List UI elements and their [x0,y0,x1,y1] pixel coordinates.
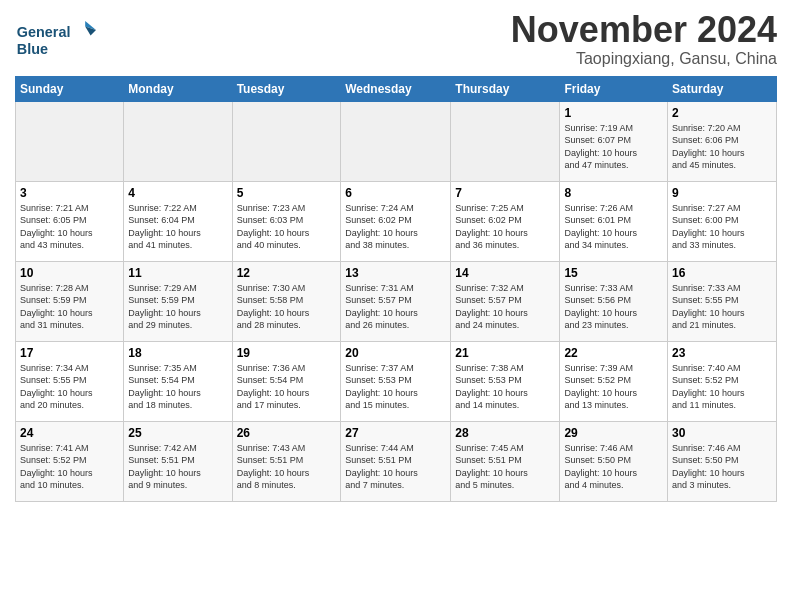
day-number: 1 [564,106,663,120]
day-number: 18 [128,346,227,360]
day-info: Sunrise: 7:32 AM Sunset: 5:57 PM Dayligh… [455,282,555,332]
calendar-cell: 6Sunrise: 7:24 AM Sunset: 6:02 PM Daylig… [341,181,451,261]
calendar-cell: 7Sunrise: 7:25 AM Sunset: 6:02 PM Daylig… [451,181,560,261]
day-info: Sunrise: 7:42 AM Sunset: 5:51 PM Dayligh… [128,442,227,492]
day-number: 8 [564,186,663,200]
day-number: 21 [455,346,555,360]
day-info: Sunrise: 7:19 AM Sunset: 6:07 PM Dayligh… [564,122,663,172]
day-info: Sunrise: 7:33 AM Sunset: 5:56 PM Dayligh… [564,282,663,332]
calendar-cell: 4Sunrise: 7:22 AM Sunset: 6:04 PM Daylig… [124,181,232,261]
calendar-cell: 12Sunrise: 7:30 AM Sunset: 5:58 PM Dayli… [232,261,341,341]
calendar-cell: 17Sunrise: 7:34 AM Sunset: 5:55 PM Dayli… [16,341,124,421]
day-info: Sunrise: 7:46 AM Sunset: 5:50 PM Dayligh… [564,442,663,492]
day-info: Sunrise: 7:27 AM Sunset: 6:00 PM Dayligh… [672,202,772,252]
day-number: 27 [345,426,446,440]
day-number: 4 [128,186,227,200]
day-number: 26 [237,426,337,440]
day-number: 23 [672,346,772,360]
day-info: Sunrise: 7:45 AM Sunset: 5:51 PM Dayligh… [455,442,555,492]
day-info: Sunrise: 7:37 AM Sunset: 5:53 PM Dayligh… [345,362,446,412]
day-number: 29 [564,426,663,440]
calendar-cell: 29Sunrise: 7:46 AM Sunset: 5:50 PM Dayli… [560,421,668,501]
calendar-cell: 30Sunrise: 7:46 AM Sunset: 5:50 PM Dayli… [668,421,777,501]
svg-text:Blue: Blue [17,41,48,57]
calendar-cell: 27Sunrise: 7:44 AM Sunset: 5:51 PM Dayli… [341,421,451,501]
day-info: Sunrise: 7:41 AM Sunset: 5:52 PM Dayligh… [20,442,119,492]
calendar-cell: 8Sunrise: 7:26 AM Sunset: 6:01 PM Daylig… [560,181,668,261]
day-info: Sunrise: 7:26 AM Sunset: 6:01 PM Dayligh… [564,202,663,252]
day-info: Sunrise: 7:43 AM Sunset: 5:51 PM Dayligh… [237,442,337,492]
day-info: Sunrise: 7:21 AM Sunset: 6:05 PM Dayligh… [20,202,119,252]
day-header-saturday: Saturday [668,76,777,101]
day-info: Sunrise: 7:34 AM Sunset: 5:55 PM Dayligh… [20,362,119,412]
day-number: 28 [455,426,555,440]
calendar-cell: 5Sunrise: 7:23 AM Sunset: 6:03 PM Daylig… [232,181,341,261]
day-number: 19 [237,346,337,360]
day-header-sunday: Sunday [16,76,124,101]
day-header-tuesday: Tuesday [232,76,341,101]
day-number: 15 [564,266,663,280]
calendar-cell: 10Sunrise: 7:28 AM Sunset: 5:59 PM Dayli… [16,261,124,341]
day-info: Sunrise: 7:20 AM Sunset: 6:06 PM Dayligh… [672,122,772,172]
calendar-cell [124,101,232,181]
week-row-1: 1Sunrise: 7:19 AM Sunset: 6:07 PM Daylig… [16,101,777,181]
week-row-2: 3Sunrise: 7:21 AM Sunset: 6:05 PM Daylig… [16,181,777,261]
day-number: 13 [345,266,446,280]
calendar-cell: 9Sunrise: 7:27 AM Sunset: 6:00 PM Daylig… [668,181,777,261]
calendar-cell [341,101,451,181]
day-info: Sunrise: 7:33 AM Sunset: 5:55 PM Dayligh… [672,282,772,332]
calendar-cell: 24Sunrise: 7:41 AM Sunset: 5:52 PM Dayli… [16,421,124,501]
day-number: 14 [455,266,555,280]
day-number: 9 [672,186,772,200]
header-section: General Blue November 2024 Taopingxiang,… [15,10,777,68]
day-number: 7 [455,186,555,200]
calendar-cell: 22Sunrise: 7:39 AM Sunset: 5:52 PM Dayli… [560,341,668,421]
week-row-4: 17Sunrise: 7:34 AM Sunset: 5:55 PM Dayli… [16,341,777,421]
day-number: 22 [564,346,663,360]
day-info: Sunrise: 7:24 AM Sunset: 6:02 PM Dayligh… [345,202,446,252]
day-number: 24 [20,426,119,440]
week-row-5: 24Sunrise: 7:41 AM Sunset: 5:52 PM Dayli… [16,421,777,501]
day-number: 16 [672,266,772,280]
day-header-friday: Friday [560,76,668,101]
calendar-cell: 26Sunrise: 7:43 AM Sunset: 5:51 PM Dayli… [232,421,341,501]
day-number: 3 [20,186,119,200]
calendar-cell: 23Sunrise: 7:40 AM Sunset: 5:52 PM Dayli… [668,341,777,421]
main-container: General Blue November 2024 Taopingxiang,… [0,0,792,512]
calendar-cell: 25Sunrise: 7:42 AM Sunset: 5:51 PM Dayli… [124,421,232,501]
calendar-cell: 19Sunrise: 7:36 AM Sunset: 5:54 PM Dayli… [232,341,341,421]
calendar-cell: 11Sunrise: 7:29 AM Sunset: 5:59 PM Dayli… [124,261,232,341]
title-section: November 2024 Taopingxiang, Gansu, China [511,10,777,68]
logo: General Blue [15,15,105,65]
day-number: 25 [128,426,227,440]
logo-svg: General Blue [15,15,105,65]
calendar-cell: 15Sunrise: 7:33 AM Sunset: 5:56 PM Dayli… [560,261,668,341]
calendar-cell: 2Sunrise: 7:20 AM Sunset: 6:06 PM Daylig… [668,101,777,181]
day-info: Sunrise: 7:38 AM Sunset: 5:53 PM Dayligh… [455,362,555,412]
calendar-cell: 13Sunrise: 7:31 AM Sunset: 5:57 PM Dayli… [341,261,451,341]
day-number: 6 [345,186,446,200]
day-number: 12 [237,266,337,280]
day-info: Sunrise: 7:46 AM Sunset: 5:50 PM Dayligh… [672,442,772,492]
calendar-cell: 20Sunrise: 7:37 AM Sunset: 5:53 PM Dayli… [341,341,451,421]
calendar-cell [232,101,341,181]
day-info: Sunrise: 7:25 AM Sunset: 6:02 PM Dayligh… [455,202,555,252]
day-number: 5 [237,186,337,200]
day-info: Sunrise: 7:36 AM Sunset: 5:54 PM Dayligh… [237,362,337,412]
calendar-cell: 21Sunrise: 7:38 AM Sunset: 5:53 PM Dayli… [451,341,560,421]
calendar-cell [16,101,124,181]
day-header-thursday: Thursday [451,76,560,101]
day-info: Sunrise: 7:31 AM Sunset: 5:57 PM Dayligh… [345,282,446,332]
calendar-cell: 1Sunrise: 7:19 AM Sunset: 6:07 PM Daylig… [560,101,668,181]
week-row-3: 10Sunrise: 7:28 AM Sunset: 5:59 PM Dayli… [16,261,777,341]
day-number: 17 [20,346,119,360]
calendar-cell: 28Sunrise: 7:45 AM Sunset: 5:51 PM Dayli… [451,421,560,501]
month-title: November 2024 [511,10,777,50]
day-info: Sunrise: 7:40 AM Sunset: 5:52 PM Dayligh… [672,362,772,412]
svg-text:General: General [17,24,71,40]
day-header-monday: Monday [124,76,232,101]
day-info: Sunrise: 7:44 AM Sunset: 5:51 PM Dayligh… [345,442,446,492]
day-info: Sunrise: 7:29 AM Sunset: 5:59 PM Dayligh… [128,282,227,332]
location-subtitle: Taopingxiang, Gansu, China [511,50,777,68]
day-info: Sunrise: 7:35 AM Sunset: 5:54 PM Dayligh… [128,362,227,412]
